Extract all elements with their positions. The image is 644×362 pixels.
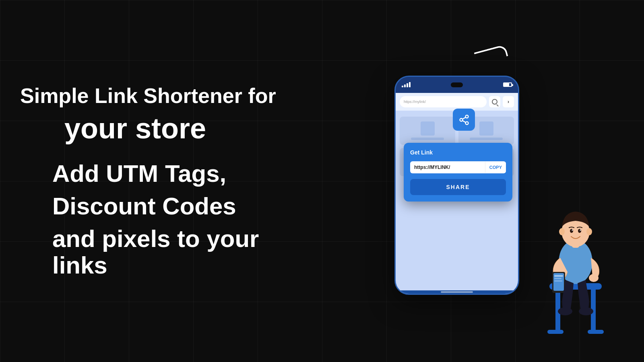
product-image xyxy=(421,121,435,136)
svg-point-1 xyxy=(460,118,462,121)
battery-icon xyxy=(503,82,512,87)
phone-bottom-bar xyxy=(396,290,518,294)
svg-rect-8 xyxy=(588,330,604,334)
svg-point-23 xyxy=(578,229,581,233)
dialog-url-value: https://MYLINK/ xyxy=(410,161,485,173)
left-content: Simple Link Shortener for your store Add… xyxy=(0,0,302,362)
battery-area xyxy=(503,82,512,87)
share-button[interactable]: SHARE xyxy=(410,179,506,195)
product-card-1 xyxy=(400,117,455,145)
svg-point-2 xyxy=(465,121,468,124)
phone-content-area: Get Link https://MYLINK/ COPY SHARE xyxy=(396,111,518,295)
svg-line-3 xyxy=(462,120,466,122)
svg-rect-16 xyxy=(554,280,562,282)
svg-point-25 xyxy=(580,230,581,231)
svg-point-17 xyxy=(589,274,599,282)
product-name-line xyxy=(470,138,503,140)
product-name-line xyxy=(411,138,444,140)
svg-point-27 xyxy=(579,307,593,315)
phone-camera xyxy=(451,82,463,87)
phone-status-bar xyxy=(396,77,518,93)
dialog-title: Get Link xyxy=(410,149,506,156)
svg-rect-14 xyxy=(554,275,563,277)
arrow-right-icon: › xyxy=(508,99,509,105)
share-bubble xyxy=(453,109,475,131)
signal-icon xyxy=(402,82,411,87)
battery-fill xyxy=(504,83,509,86)
headline-line2: your store xyxy=(64,113,302,144)
get-link-dialog: Get Link https://MYLINK/ COPY SHARE xyxy=(404,143,512,202)
svg-point-22 xyxy=(570,229,573,233)
copy-button[interactable]: COPY xyxy=(485,162,506,173)
svg-point-26 xyxy=(558,307,572,315)
svg-rect-15 xyxy=(554,278,561,279)
svg-point-24 xyxy=(572,230,573,231)
go-button[interactable]: › xyxy=(503,96,514,107)
person-illustration xyxy=(531,183,620,338)
home-indicator xyxy=(441,291,473,293)
feature-utm: Add UTM Tags, xyxy=(52,160,302,187)
search-icon xyxy=(492,99,497,105)
url-text: https://mylink/ xyxy=(404,100,426,104)
svg-point-0 xyxy=(465,115,468,118)
phone-browser-bar: https://mylink/ › xyxy=(396,93,518,111)
swoosh-decoration xyxy=(474,44,508,64)
signal-bars xyxy=(402,82,411,87)
right-content: https://mylink/ › xyxy=(282,0,644,362)
feature-pixels: and pixels to your links xyxy=(52,226,302,279)
search-button[interactable] xyxy=(489,96,500,107)
browser-url-bar[interactable]: https://mylink/ xyxy=(400,96,487,107)
feature-discount: Discount Codes xyxy=(52,193,302,220)
dialog-url-row: https://MYLINK/ COPY xyxy=(410,161,506,173)
person-svg xyxy=(531,183,620,336)
headline-line1: Simple Link Shortener for xyxy=(20,83,302,108)
share-icon xyxy=(458,114,470,125)
svg-line-4 xyxy=(462,117,466,119)
product-image xyxy=(479,121,493,136)
svg-point-20 xyxy=(559,228,565,235)
svg-point-21 xyxy=(586,228,592,235)
svg-rect-7 xyxy=(547,330,564,334)
